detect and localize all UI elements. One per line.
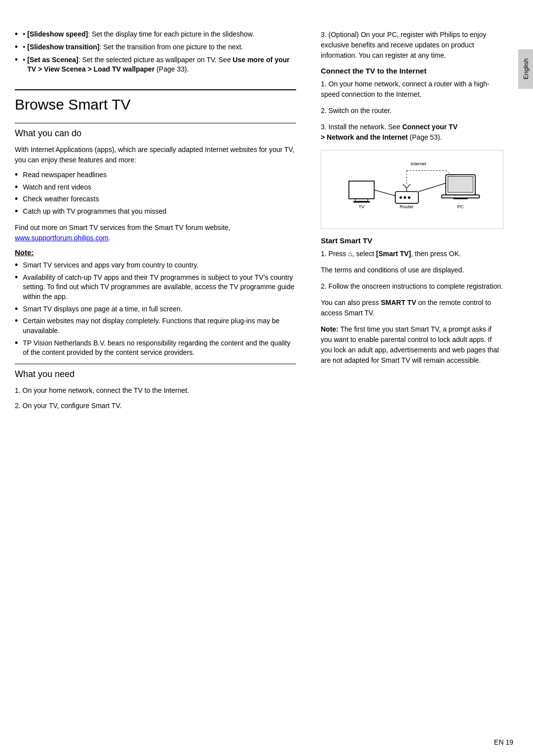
list-item: • [Slideshow transition]: Set the transi…: [15, 42, 296, 52]
svg-rect-13: [448, 177, 473, 192]
svg-line-10: [407, 184, 411, 189]
note-label: Note:: [321, 325, 339, 333]
subsection-heading-what-you-can-do: What you can do: [15, 123, 296, 139]
network-diagram: TV Router PC: [321, 150, 503, 229]
bold-label: [Set as Scenea]: [27, 56, 78, 64]
svg-line-9: [403, 184, 407, 189]
list-item: Catch up with TV programmes that you mis…: [15, 207, 296, 217]
what-you-need-step2: 2. On your TV, configure Smart TV.: [15, 401, 296, 411]
top-bullet-list: • [Slideshow speed]: Set the display tim…: [15, 30, 296, 75]
svg-line-22: [446, 171, 453, 177]
right-column: 3. (Optional) On your PC, register with …: [321, 30, 503, 726]
svg-point-5: [399, 196, 402, 199]
svg-rect-15: [454, 198, 468, 199]
find-out-more-text: Find out more on Smart TV services from …: [15, 223, 296, 243]
start-step2: 2. Follow the onscreen instructions to c…: [321, 281, 503, 292]
svg-rect-14: [442, 195, 480, 198]
svg-rect-4: [395, 191, 419, 203]
bold-network: > Network and the Internet: [321, 133, 408, 141]
list-item: Smart TV services and apps vary from cou…: [15, 261, 296, 270]
list-item: Certain websites may not display complet…: [15, 316, 296, 336]
smart-tv-bracket-bold: [Smart TV]: [376, 250, 411, 258]
bold-label: [Slideshow transition]: [27, 43, 99, 51]
svg-text:Router: Router: [400, 204, 414, 209]
smart-tv-bold: SMART TV: [381, 299, 417, 306]
start-step1: 1. Press ⌂, select [Smart TV], then pres…: [321, 249, 503, 259]
bold-label: [Slideshow speed]: [27, 30, 88, 38]
list-item: Read newspaper headlines: [15, 170, 296, 180]
list-item: Smart TV displays one page at a time, in…: [15, 304, 296, 314]
list-item: • [Set as Scenea]: Set the selected pict…: [15, 55, 296, 75]
start-smart-tv-heading: Start Smart TV: [321, 236, 503, 245]
svg-rect-2: [353, 201, 370, 203]
svg-rect-0: [349, 181, 374, 199]
step1-end-text: , select: [352, 250, 376, 258]
list-item-text: Watch and rent videos: [23, 183, 91, 192]
svg-point-7: [408, 196, 410, 199]
list-item-text: Certain websites may not display complet…: [23, 316, 296, 336]
svg-text:TV: TV: [359, 204, 365, 209]
list-item: TP Vision Netherlands B.V. bears no resp…: [15, 339, 296, 358]
notes-list: Smart TV services and apps vary from cou…: [15, 261, 296, 358]
list-item-text: [Set as Scenea]: Set the selected pictur…: [27, 55, 296, 75]
svg-line-18: [374, 190, 395, 196]
connect-step1: 1. On your home network, connect a route…: [321, 79, 503, 100]
terms-text: The terms and conditions of use are disp…: [321, 265, 503, 275]
bullet-marker: •: [23, 30, 25, 39]
list-item-text: [Slideshow transition]: Set the transiti…: [27, 42, 243, 52]
left-column: • [Slideshow speed]: Set the display tim…: [15, 30, 306, 726]
subsection-heading-what-you-need: What you need: [15, 364, 296, 379]
bullet-marker: •: [23, 55, 25, 65]
features-list: Read newspaper headlines Watch and rent …: [15, 170, 296, 217]
list-item-text: [Slideshow speed]: Set the display time …: [27, 30, 254, 39]
section-heading-browse-smart-tv: Browse Smart TV: [15, 89, 296, 113]
bullet-marker: •: [23, 42, 25, 52]
support-forum-link[interactable]: www.supportforum.philips.com: [15, 234, 109, 242]
note-parental: Note: The first time you start Smart TV,…: [321, 324, 503, 366]
connect-step2: 2. Switch on the router.: [321, 106, 503, 116]
svg-text:PC: PC: [457, 204, 464, 209]
list-item-text: Smart TV displays one page at a time, in…: [23, 304, 182, 314]
list-item: Watch and rent videos: [15, 183, 296, 192]
network-diagram-svg: TV Router PC: [329, 158, 495, 221]
language-side-tab: English: [518, 49, 533, 89]
smart-tv-press-note: You can also press SMART TV on the remot…: [321, 298, 503, 318]
bold-connect: Connect your TV: [402, 123, 457, 131]
list-item-text: Availability of catch-up TV apps and the…: [23, 273, 296, 302]
list-item: • [Slideshow speed]: Set the display tim…: [15, 30, 296, 39]
connect-step3: 3. Install the network. See Connect your…: [321, 122, 503, 143]
list-item-text: Read newspaper headlines: [23, 170, 107, 180]
list-item-text: Catch up with TV programmes that you mis…: [23, 207, 166, 217]
list-item-text: TP Vision Netherlands B.V. bears no resp…: [23, 339, 296, 358]
svg-line-19: [419, 183, 446, 191]
svg-text:Internet: Internet: [411, 161, 426, 166]
intro-text: With Internet Applications (apps), which…: [15, 145, 296, 165]
note-heading: Note:: [15, 248, 296, 257]
list-item: Check weather forecasts: [15, 194, 296, 204]
what-you-need-step1: 1. On your home network, connect the TV …: [15, 385, 296, 396]
list-item: Availability of catch-up TV apps and the…: [15, 273, 296, 302]
page-number: EN 19: [494, 738, 513, 746]
svg-point-6: [404, 196, 406, 199]
home-icon: ⌂: [348, 250, 352, 258]
list-item-text: Smart TV services and apps vary from cou…: [23, 261, 198, 270]
list-item-text: Check weather forecasts: [23, 194, 99, 204]
optional-text: 3. (Optional) On your PC, register with …: [321, 30, 503, 61]
connect-tv-heading: Connect the TV to the Internet: [321, 67, 503, 75]
